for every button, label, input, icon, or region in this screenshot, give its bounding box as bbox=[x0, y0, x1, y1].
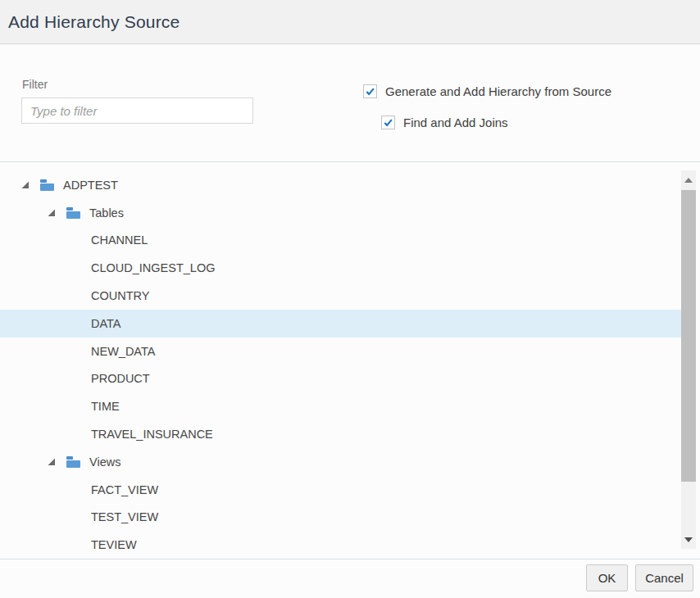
tree-item-label: COUNTRY bbox=[91, 289, 149, 302]
add-hierarchy-source-dialog: Add Hierarchy Source Filter Generate and… bbox=[0, 0, 700, 598]
generate-hierarchy-checkbox[interactable] bbox=[363, 84, 377, 98]
checkmark-icon bbox=[365, 86, 375, 97]
tree-item-country[interactable]: COUNTRY bbox=[0, 282, 681, 310]
tree-item-product[interactable]: PRODUCT bbox=[0, 365, 681, 393]
tree-item-label: FACT_VIEW bbox=[91, 483, 158, 496]
tree-item-label: CLOUD_INGEST_LOG bbox=[91, 261, 216, 274]
checkmark-icon bbox=[383, 117, 393, 128]
tree-item-views[interactable]: Views bbox=[0, 448, 681, 476]
generate-hierarchy-label: Generate and Add Hierarchy from Source bbox=[385, 84, 611, 98]
dialog-title: Add Hierarchy Source bbox=[8, 0, 180, 43]
tree-item-cloud_ingest_log[interactable]: CLOUD_INGEST_LOG bbox=[0, 254, 681, 282]
tree-expand-toggle-icon[interactable] bbox=[48, 458, 56, 466]
tree-item-data[interactable]: DATA bbox=[0, 310, 681, 338]
tree-item-label: CHANNEL bbox=[91, 233, 148, 247]
tree-item-label: Tables bbox=[89, 206, 124, 220]
tree-item-new_data[interactable]: NEW_DATA bbox=[0, 338, 681, 365]
tree-item-label: TRAVEL_INSURANCE bbox=[91, 428, 213, 441]
arrow-down-icon bbox=[684, 537, 693, 542]
footer-divider bbox=[0, 559, 700, 559]
tree-item-test_view[interactable]: TEST_VIEW bbox=[0, 504, 681, 532]
tree-item-label: DATA bbox=[91, 317, 121, 330]
scroll-up-button[interactable] bbox=[681, 170, 696, 189]
dialog-header: Add Hierarchy Source bbox=[0, 0, 700, 44]
find-joins-label: Find and Add Joins bbox=[403, 116, 508, 129]
tree-item-fact_view[interactable]: FACT_VIEW bbox=[0, 476, 681, 504]
tree-item-label: TEST_VIEW bbox=[91, 510, 158, 523]
filter-label: Filter bbox=[22, 78, 48, 91]
folder-icon bbox=[66, 456, 81, 468]
tree-item-label: TEVIEW bbox=[91, 538, 137, 551]
find-joins-checkbox[interactable] bbox=[381, 116, 395, 129]
filter-input[interactable] bbox=[21, 97, 253, 124]
source-tree: ADPTESTTablesCHANNELCLOUD_INGEST_LOGCOUN… bbox=[0, 162, 700, 559]
tree-item-label: NEW_DATA bbox=[91, 345, 155, 358]
tree-item-teview[interactable]: TEVIEW bbox=[0, 531, 681, 559]
tree-expand-toggle-icon[interactable] bbox=[48, 209, 56, 217]
scroll-down-button[interactable] bbox=[681, 530, 696, 549]
cancel-button[interactable]: Cancel bbox=[635, 564, 693, 591]
tree-item-label: ADPTEST bbox=[63, 179, 118, 192]
tree-item-tables[interactable]: Tables bbox=[0, 199, 681, 227]
tree-item-label: Views bbox=[89, 455, 120, 469]
folder-icon bbox=[66, 207, 81, 219]
tree-item-time[interactable]: TIME bbox=[0, 392, 681, 420]
tree-item-label: TIME bbox=[91, 400, 120, 413]
scrollbar[interactable] bbox=[681, 170, 696, 549]
tree-item-adptest[interactable]: ADPTEST bbox=[0, 171, 681, 199]
ok-button[interactable]: OK bbox=[586, 564, 628, 591]
tree-item-channel[interactable]: CHANNEL bbox=[0, 227, 681, 255]
folder-icon bbox=[40, 179, 55, 191]
scrollbar-thumb[interactable] bbox=[681, 190, 696, 482]
arrow-up-icon bbox=[684, 178, 693, 183]
tree-expand-toggle-icon[interactable] bbox=[21, 181, 30, 189]
tree-item-travel_insurance[interactable]: TRAVEL_INSURANCE bbox=[0, 420, 681, 448]
tree-item-label: PRODUCT bbox=[91, 372, 150, 385]
